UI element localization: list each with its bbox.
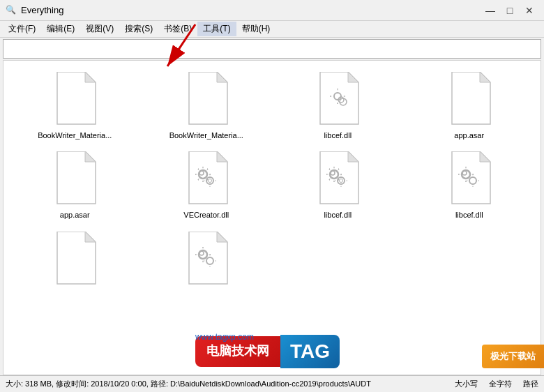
list-item[interactable] [9,226,141,303]
menu-edit[interactable]: 编辑(E) [41,22,80,36]
status-fullword: 全字符 [489,379,512,389]
file-icon-plain [50,151,99,207]
list-item[interactable]: VECreator.dll [141,146,273,225]
list-item[interactable]: app.asar [404,66,536,146]
status-bar: 大小: 318 MB, 修改时间: 2018/10/20 0:00, 路径: D… [0,375,544,392]
svg-marker-22 [348,151,358,162]
title-buttons: — □ ✕ [481,3,538,17]
svg-marker-35 [217,232,227,242]
app-icon: 🔍 [6,5,17,16]
file-icon-gear [313,151,362,207]
file-name: app.asar [60,210,90,220]
svg-marker-3 [85,72,96,82]
list-item[interactable]: libcef.dll [272,146,404,225]
list-item[interactable]: BookWriter_Materia... [9,66,141,146]
file-name: libcef.dll [324,130,352,140]
search-bar [3,39,541,59]
svg-marker-12 [480,72,490,82]
list-item[interactable]: libcef.dll [404,146,536,225]
title-left: 🔍 Everything [6,5,63,16]
status-text: 大小: 318 MB, 修改时间: 2018/10/20 0:00, 路径: D… [6,379,371,389]
close-button[interactable]: ✕ [520,3,538,17]
menu-view[interactable]: 视图(V) [80,22,119,36]
list-item[interactable]: libcef.dll [272,66,404,146]
search-input[interactable] [3,44,541,54]
title-bar: 🔍 Everything — □ ✕ [0,0,544,21]
svg-marker-7 [348,72,358,82]
file-icon-gear [313,72,362,128]
list-item[interactable]: BookWriter_Materia... [141,66,273,146]
svg-marker-5 [217,72,227,82]
menu-bar: 文件(F) 编辑(E) 视图(V) 搜索(S) 书签(B) 工具(T) 帮助(H… [0,21,544,38]
svg-marker-14 [85,151,96,162]
file-icon-plain [50,72,99,128]
svg-marker-28 [480,151,490,162]
file-grid: BookWriter_Materia... BookWriter_Materia… [3,61,541,308]
menu-file[interactable]: 文件(F) [3,22,41,36]
minimize-button[interactable]: — [481,3,499,17]
file-icon-gear [182,151,231,207]
file-name: libcef.dll [455,210,483,220]
status-right: 大小写 全字符 路径 [455,379,538,389]
list-item[interactable]: app.asar [9,146,141,225]
file-icon-plain [445,72,494,128]
file-name: BookWriter_Materia... [169,130,243,140]
file-name: BookWriter_Materia... [38,130,112,140]
menu-search[interactable]: 搜索(S) [119,22,158,36]
file-name: libcef.dll [324,210,352,220]
list-item[interactable] [141,226,273,303]
file-icon-gear [182,232,231,287]
svg-marker-16 [217,151,227,162]
status-path: 路径 [523,379,538,389]
file-icon-plain [50,232,99,287]
file-area[interactable]: BookWriter_Materia... BookWriter_Materia… [3,60,541,375]
menu-help[interactable]: 帮助(H) [236,22,276,36]
status-case: 大小写 [455,379,478,389]
maximize-button[interactable]: □ [501,3,519,17]
file-name: app.asar [454,130,484,140]
app-title: Everything [21,5,63,15]
svg-marker-33 [85,232,96,242]
menu-tools[interactable]: 工具(T) [197,22,236,36]
menu-bookmark[interactable]: 书签(B) [158,22,197,36]
file-icon-gear [445,151,494,207]
file-name: VECreator.dll [183,210,229,220]
file-icon-plain [182,72,231,128]
